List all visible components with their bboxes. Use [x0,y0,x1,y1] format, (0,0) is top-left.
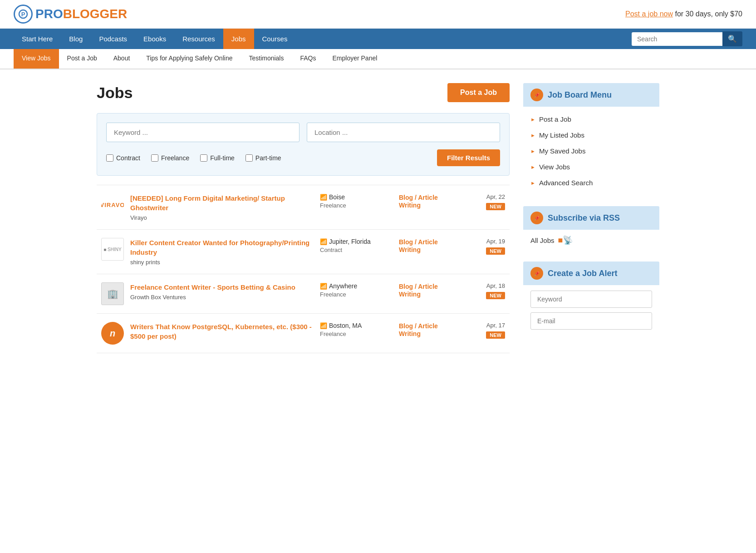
job-category: Blog / Article Writing [399,322,458,337]
rss-widget-body: All Jobs ■📡 [523,230,659,251]
top-bar: P PROBLOGGER Post a job now for 30 days,… [0,0,756,29]
post-job-promo-link[interactable]: Post a job now [625,10,673,18]
rss-feed-icon[interactable]: ■📡 [558,235,573,245]
site-logo[interactable]: P PROBLOGGER [14,5,127,24]
subnav-about[interactable]: About [105,49,138,69]
search-area: Contract Freelance Full-time Part-time F… [97,113,510,176]
filter-freelance-label[interactable]: Freelance [151,154,189,162]
nav-ebooks[interactable]: Ebooks [135,29,174,49]
job-alert-icon: 📌 [530,267,543,280]
job-alert-keyword-input[interactable] [530,291,652,308]
sidebar-item-advanced-search[interactable]: ► Advanced Search [523,175,659,191]
location-wifi-icon: 📶 [320,194,327,201]
main-search-button[interactable]: 🔍 [722,31,742,46]
new-badge: NEW [486,292,505,299]
rss-widget-title: Subscribe via RSS [548,213,620,223]
main-search-input[interactable] [632,32,722,46]
job-meta: Apr, 19 NEW [464,238,505,255]
location-input[interactable] [307,123,500,142]
filter-freelance-checkbox[interactable] [151,154,158,162]
post-job-button[interactable]: Post a Job [447,83,510,102]
table-row: n Writers That Know PostgreSQL, Kubernet… [97,314,510,353]
job-location: 📶Anywhere Freelance [320,282,393,298]
job-title-link[interactable]: Freelance Content Writer - Sports Bettin… [130,283,295,291]
job-type: Freelance [320,202,393,209]
job-category-link[interactable]: Blog / Article Writing [399,322,438,337]
sidebar-item-view-jobs[interactable]: ► View Jobs [523,159,659,175]
sidebar-item-label: View Jobs [539,163,570,171]
arrow-icon: ► [530,148,535,154]
job-city: Jupiter, Florida [329,238,371,245]
sidebar-item-post-a-job[interactable]: ► Post a Job [523,111,659,127]
filter-contract-text: Contract [116,154,140,162]
job-title-link[interactable]: Killer Content Creator Wanted for Photog… [130,239,309,256]
filter-results-button[interactable]: Filter Results [437,149,500,166]
job-meta: Apr, 18 NEW [464,282,505,299]
filter-contract-label[interactable]: Contract [106,154,140,162]
sidebar-item-my-saved-jobs[interactable]: ► My Saved Jobs [523,143,659,159]
job-alert-widget: 📌 Create a Job Alert [523,262,659,340]
nav-jobs[interactable]: Jobs [223,29,254,49]
job-type: Freelance [320,331,393,337]
subnav-view-jobs[interactable]: View Jobs [14,49,59,69]
logo-pro: PRO [35,7,63,21]
svg-text:📌: 📌 [534,92,540,98]
job-details: Killer Content Creator Wanted for Photog… [130,238,314,266]
filter-fulltime-checkbox[interactable] [200,154,207,162]
nav-blog[interactable]: Blog [61,29,91,49]
job-title-link[interactable]: Writers That Know PostgreSQL, Kubernetes… [130,323,312,340]
nav-start-here[interactable]: Start Here [14,29,61,49]
subnav-testimonials[interactable]: Testimonials [241,49,292,69]
filter-fulltime-label[interactable]: Full-time [200,154,235,162]
job-alert-header: 📌 Create a Job Alert [523,262,659,285]
location-wifi-icon: 📶 [320,283,327,290]
sidebar-item-my-listed-jobs[interactable]: ► My Listed Jobs [523,127,659,143]
job-category-link[interactable]: Blog / Article Writing [399,238,438,253]
job-location: 📶Boise Freelance [320,193,393,209]
new-badge: NEW [486,203,505,210]
job-date: Apr, 18 [464,282,505,289]
rss-all-jobs-label: All Jobs [530,237,555,244]
job-details: [NEEDED] Long Form Digital Marketing/ St… [130,193,314,221]
filter-freelance-text: Freelance [161,154,189,162]
job-logo-building: 🏢 [101,282,124,305]
nav-courses[interactable]: Courses [254,29,296,49]
job-title-link[interactable]: [NEEDED] Long Form Digital Marketing/ St… [130,194,285,212]
filter-parttime-checkbox[interactable] [245,154,253,162]
job-date: Apr, 19 [464,238,505,245]
search-inputs [106,123,500,142]
job-list: VIRAVO [NEEDED] Long Form Digital Market… [97,185,510,353]
location-wifi-icon: 📶 [320,322,327,329]
arrow-icon: ► [530,180,535,186]
job-details: Writers That Know PostgreSQL, Kubernetes… [130,322,314,343]
job-alert-email-input[interactable] [530,312,652,330]
subnav-faqs[interactable]: FAQs [292,49,324,69]
page-title: Jobs [97,84,133,102]
job-category-link[interactable]: Blog / Article Writing [399,194,438,209]
job-category: Blog / Article Writing [399,238,458,253]
subnav-post-a-job[interactable]: Post a Job [59,49,105,69]
job-board-menu-title: Job Board Menu [548,90,612,100]
job-city: Anywhere [329,282,357,290]
job-location: 📶Boston, MA Freelance [320,322,393,337]
keyword-input[interactable] [106,123,299,142]
main-column: Jobs Post a Job Contract Freelance [97,83,510,353]
sidebar-item-label: Post a Job [539,115,571,123]
filter-parttime-label[interactable]: Part-time [245,154,281,162]
job-alert-body [523,285,659,340]
job-company: shiny prints [130,259,314,266]
table-row: ■ SHINY Killer Content Creator Wanted fo… [97,230,510,274]
job-title: [NEEDED] Long Form Digital Marketing/ St… [130,193,314,212]
nav-podcasts[interactable]: Podcasts [91,29,135,49]
filter-parttime-text: Part-time [255,154,281,162]
sidebar-item-label: Advanced Search [539,179,593,187]
job-category-link[interactable]: Blog / Article Writing [399,283,438,298]
new-badge: NEW [486,247,505,255]
rss-widget-header: 📌 Subscribe via RSS [523,206,659,230]
subnav-employer-panel[interactable]: Employer Panel [324,49,386,69]
filter-contract-checkbox[interactable] [106,154,113,162]
job-city: Boise [329,193,345,201]
nav-resources[interactable]: Resources [174,29,223,49]
job-company: Virayo [130,214,314,221]
subnav-tips[interactable]: Tips for Applying Safely Online [138,49,241,69]
